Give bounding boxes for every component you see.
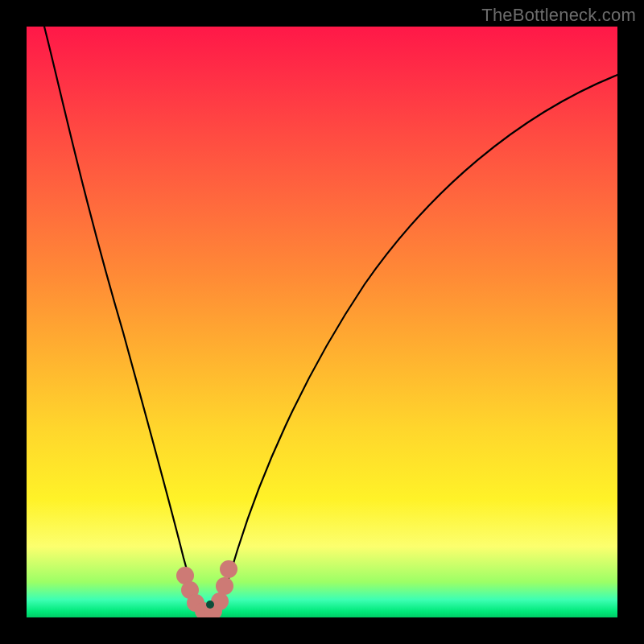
watermark-text: TheBottleneck.com [481, 5, 636, 26]
svg-point-8 [206, 601, 214, 609]
svg-point-6 [216, 577, 233, 595]
bottleneck-curve [27, 27, 617, 617]
chart-plot-area [27, 27, 617, 617]
curve-marker-cluster [176, 560, 237, 617]
svg-point-7 [220, 560, 237, 578]
svg-point-5 [211, 592, 229, 610]
curve-path [44, 27, 617, 613]
